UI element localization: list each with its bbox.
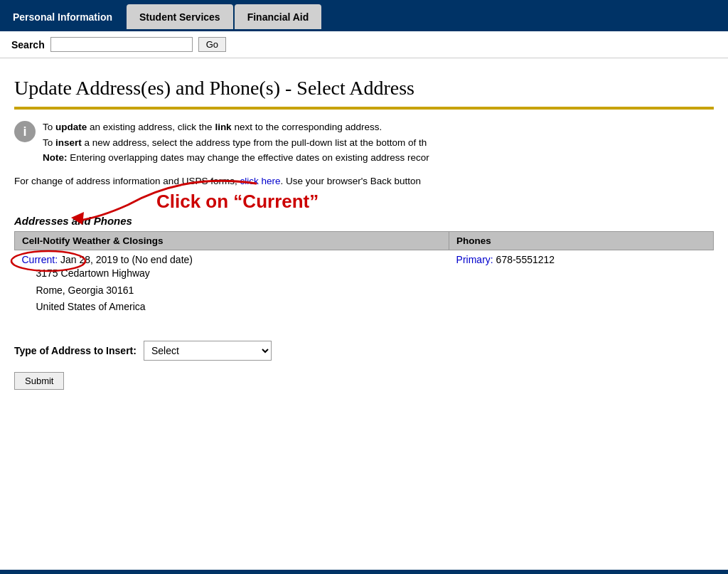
search-label: Search — [11, 39, 45, 51]
nav-bar: Personal Information Student Services Fi… — [0, 4, 728, 31]
tab-student-services[interactable]: Student Services — [127, 4, 233, 29]
info-text: To update an existing address, click the… — [43, 119, 714, 166]
submit-section: Submit — [14, 372, 714, 390]
insert-section: Type of Address to Insert: Select — [14, 341, 714, 361]
address-detail: 3175 Cedartown Highway Rome, Georgia 301… — [22, 265, 442, 316]
address-table: Cell-Notify Weather & Closings Phones Cu… — [14, 231, 714, 319]
page-content: Update Address(es) and Phone(s) - Select… — [0, 58, 728, 411]
gold-divider — [14, 107, 714, 110]
tab-financial-aid[interactable]: Financial Aid — [235, 4, 322, 29]
current-link-wrapper: Current: Jan 28, 2019 to (No end date) — [22, 254, 193, 265]
table-row: Current: Jan 28, 2019 to (No end date) 3… — [15, 250, 714, 319]
search-input[interactable] — [50, 37, 193, 52]
page-title: Update Address(es) and Phone(s) - Select… — [14, 77, 714, 100]
address-date: Jan 28, 2019 to (No end date) — [60, 254, 193, 265]
address-cell: Current: Jan 28, 2019 to (No end date) 3… — [15, 250, 449, 319]
info-icon: i — [14, 121, 36, 142]
phone-cell: Primary: 678-5551212 — [449, 250, 714, 319]
table-header-phones: Phones — [449, 231, 714, 250]
submit-button[interactable]: Submit — [14, 372, 64, 390]
address-line1: 3175 Cedartown Highway — [36, 265, 442, 282]
phone-label-link[interactable]: Primary: — [456, 254, 493, 265]
insert-label: Type of Address to Insert: — [14, 345, 136, 356]
tab-personal-information[interactable]: Personal Information — [0, 4, 125, 29]
click-current-annotation: Click on “Current” — [156, 191, 318, 213]
info-box: i To update an existing address, click t… — [14, 119, 714, 166]
search-go-button[interactable]: Go — [198, 37, 226, 52]
address-line3: United States of America — [36, 299, 442, 316]
address-type-select[interactable]: Select — [144, 341, 272, 361]
info-line1: To update an existing address, click the… — [43, 119, 714, 135]
current-address-link[interactable]: Current: — [22, 254, 58, 265]
svg-marker-0 — [71, 212, 84, 225]
address-line2: Rome, Georgia 30161 — [36, 282, 442, 299]
phone-number: 678-5551212 — [496, 254, 555, 265]
table-header-address: Cell-Notify Weather & Closings — [15, 231, 449, 250]
info-line3: Note: Entering overlapping dates may cha… — [43, 150, 714, 166]
info-line2: To insert a new address, select the addr… — [43, 135, 714, 151]
search-bar: Search Go — [0, 31, 728, 58]
